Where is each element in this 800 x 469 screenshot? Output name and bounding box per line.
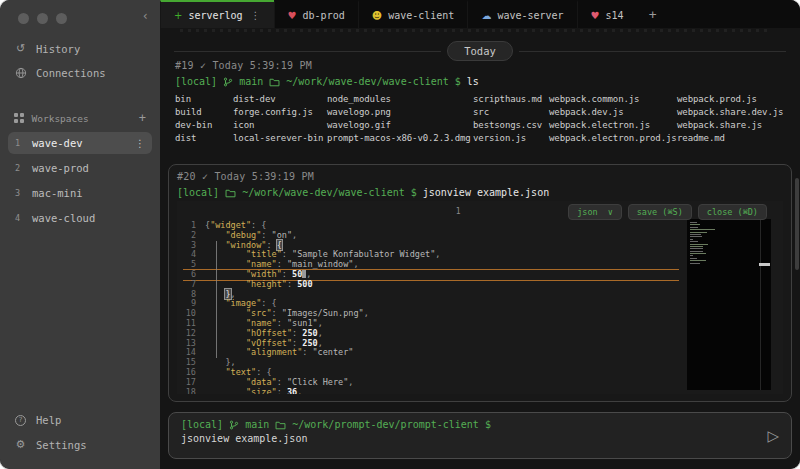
workspace-item-mac-mini[interactable]: 3mac-mini	[8, 182, 152, 204]
ls-entry: bestsongs.csv	[473, 119, 549, 132]
code-segment: ,	[318, 338, 323, 348]
globe-icon	[14, 67, 27, 79]
code-segment	[205, 387, 246, 394]
code-segment: "widget"	[210, 220, 251, 230]
code-segment	[205, 259, 246, 269]
code-segment: :	[277, 387, 287, 394]
code-segment: "hOffset"	[246, 328, 292, 338]
sidebar-item-connections[interactable]: Connections	[0, 61, 160, 85]
code-segment: ,	[364, 308, 369, 318]
workspace-item-wave-dev[interactable]: 1wave-dev⋮	[8, 132, 152, 154]
sidebar-item-help[interactable]: ?Help	[0, 408, 160, 432]
minimap	[687, 219, 771, 390]
tab-label: s14	[606, 10, 624, 21]
prompt-path: ~/work/prompt-dev/prompt-client	[292, 419, 479, 430]
code-segment	[205, 347, 246, 357]
code-segment: : {	[251, 220, 266, 230]
workspace-menu-icon[interactable]: ⋮	[135, 138, 145, 149]
prompt-dollar: $	[485, 419, 491, 430]
tab-wave-client[interactable]: ☻wave-client	[358, 0, 468, 28]
code-segment	[205, 377, 246, 387]
workspace-index: 4	[15, 213, 24, 223]
code-segment: 250	[302, 328, 317, 338]
block-20-prompt: [local]~/work/wave-dev/wave-client$jsonv…	[177, 187, 783, 198]
block-timestamp: Today 5:39:19 PM	[212, 60, 312, 71]
workspace-list: 1wave-dev⋮2wave-prod3mac-mini4wave-cloud	[0, 129, 160, 232]
plus-icon: +	[174, 10, 182, 21]
minimap-sketch	[690, 222, 757, 265]
code-line: 7 "height": 500	[183, 280, 679, 290]
block-19-prompt: [local]main~/work/wave-dev/wave-client$l…	[175, 76, 790, 87]
tab-menu-icon[interactable]: ⋮	[251, 10, 261, 21]
sidebar-collapse-icon[interactable]: ‹	[142, 9, 149, 23]
minimize-window-button[interactable]	[37, 13, 48, 24]
new-tab-button[interactable]: +	[637, 0, 669, 28]
code-segment: "center"	[313, 347, 354, 357]
workspace-item-wave-prod[interactable]: 2wave-prod	[8, 157, 152, 179]
mode-select[interactable]: json ∨	[568, 204, 622, 220]
code-area[interactable]: 1{"widget": {2 "debug": "on",3 "window":…	[177, 201, 679, 394]
code-segment: :	[266, 240, 276, 250]
prompt-host: [local]	[181, 419, 223, 430]
code-segment: "data"	[246, 377, 277, 387]
code-segment: 36	[287, 387, 297, 394]
scrolled-content-remnant	[180, 29, 770, 32]
input-prompt: [local]main~/work/prompt-dev/prompt-clie…	[181, 419, 779, 430]
workspace-item-wave-cloud[interactable]: 4wave-cloud	[8, 207, 152, 229]
code-segment: "name"	[246, 318, 277, 328]
code-segment: ,	[348, 377, 353, 387]
tab-label: serverlog	[188, 10, 242, 21]
zoom-window-button[interactable]	[56, 13, 67, 24]
prompt-path: ~/work/wave-dev/wave-client	[242, 187, 405, 198]
prompt-branch: main	[245, 419, 269, 430]
save-button[interactable]: save (⌘S)	[628, 204, 692, 220]
sidebar-nav: ↺HistoryConnections	[0, 36, 160, 85]
sidebar-item-settings[interactable]: ⚙Settings	[0, 432, 160, 457]
add-workspace-button[interactable]: +	[139, 111, 146, 125]
ls-entry: bin	[175, 93, 233, 106]
command-input-box[interactable]: [local]main~/work/prompt-dev/prompt-clie…	[168, 412, 792, 459]
workspace-label: mac-mini	[32, 187, 83, 199]
code-segment	[205, 328, 246, 338]
git-branch-icon	[223, 77, 233, 87]
code-line: 14 "alignment": "center"	[183, 348, 679, 358]
code-segment: :	[292, 328, 302, 338]
send-icon[interactable]: ▷	[767, 427, 779, 445]
code-segment: "height"	[246, 279, 287, 289]
code-segment: "width"	[246, 269, 282, 279]
mode-select-value: json	[577, 207, 597, 217]
ls-entry: webpack.dev.js	[549, 106, 677, 119]
main-scrollbar-thumb[interactable]	[795, 178, 799, 270]
prompt-host: [local]	[175, 76, 217, 87]
tab-s14[interactable]: ♥s14	[577, 0, 637, 28]
code-segment: :	[282, 269, 292, 279]
ls-entry: dist	[175, 132, 233, 145]
minimap-scroll-thumb[interactable]	[759, 263, 770, 266]
code-segment: "Sample Konfabulator Widget"	[292, 249, 435, 259]
code-segment: : {	[261, 298, 276, 308]
close-button[interactable]: close (⌘D)	[698, 204, 767, 220]
ls-entry: webpack.electron.prod.js	[549, 132, 677, 145]
command-input-text[interactable]: jsonview example.json	[181, 433, 779, 444]
code-segment: "sun1"	[287, 318, 318, 328]
code-segment	[205, 230, 225, 240]
ls-entry: webpack.share.dev.js	[677, 106, 790, 119]
json-editor[interactable]: 1 json ∨ save (⌘S) close (⌘D) 1{"widget"…	[177, 201, 783, 394]
ls-entry: wavelogo.png	[327, 106, 473, 119]
tab-serverlog[interactable]: +serverlog⋮	[160, 0, 274, 28]
ls-entry: dist-dev	[233, 93, 327, 106]
sidebar-item-history[interactable]: ↺History	[0, 36, 160, 61]
prompt-dollar: $	[411, 187, 417, 198]
prompt-dollar: $	[455, 76, 461, 87]
history-icon: ↺	[14, 42, 27, 55]
close-window-button[interactable]	[18, 13, 29, 24]
sidebar-item-label: Connections	[36, 67, 106, 79]
tab-db-prod[interactable]: ♥db-prod	[274, 0, 358, 28]
folder-icon	[225, 188, 236, 198]
code-segment: },	[205, 357, 236, 367]
code-line: 18 "size": 36,	[183, 388, 679, 394]
tab-wave-server[interactable]: ☁wave-server	[467, 0, 576, 28]
face-icon: ☻	[372, 10, 382, 21]
sidebar-item-label: History	[36, 43, 80, 55]
code-segment: :	[287, 279, 297, 289]
